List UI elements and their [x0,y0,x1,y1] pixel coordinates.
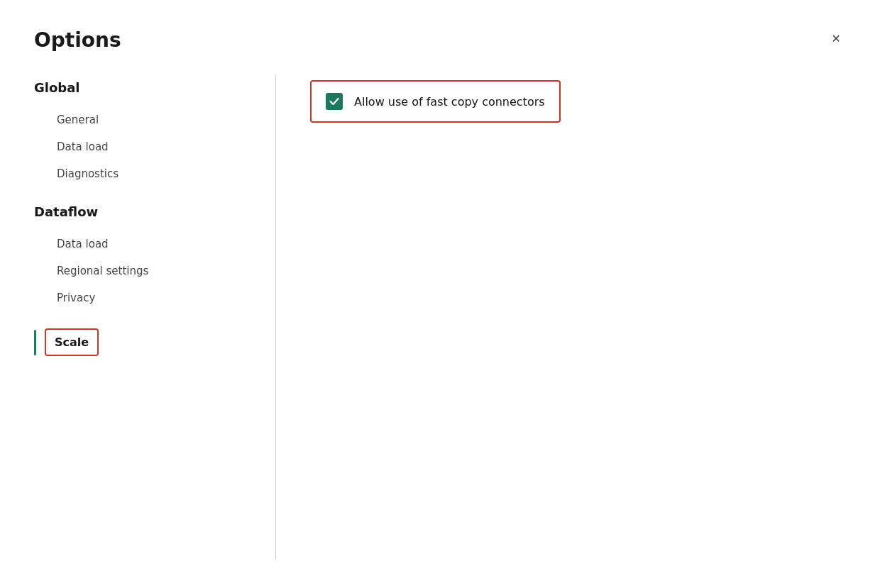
sidebar-item-general[interactable]: General [34,106,247,133]
dataflow-section: Dataflow Data load Regional settings Pri… [34,204,247,311]
fast-copy-option-card[interactable]: Allow use of fast copy connectors [310,80,561,123]
sidebar-item-data-load-dataflow[interactable]: Data load [34,231,247,257]
sidebar-item-scale[interactable]: Scale [45,328,99,356]
sidebar-item-diagnostics[interactable]: Diagnostics [34,160,247,187]
sidebar-item-privacy[interactable]: Privacy [34,284,247,311]
options-dialog: Options × Global General Data load Diagn… [0,0,880,588]
sidebar-item-data-load-global[interactable]: Data load [34,133,247,160]
dataflow-group-title: Dataflow [34,204,247,219]
close-button[interactable]: × [826,28,846,48]
dialog-header: Options × [34,28,846,52]
global-group-title: Global [34,80,247,95]
global-section: Global General Data load Diagnostics [34,80,247,187]
checkmark-icon [329,96,340,107]
content-area: Allow use of fast copy connectors [276,74,846,560]
active-item-wrapper: Scale [34,328,247,356]
dialog-body: Global General Data load Diagnostics Dat… [34,74,846,560]
fast-copy-option-label: Allow use of fast copy connectors [354,95,545,109]
fast-copy-checkbox[interactable] [326,93,343,110]
dialog-title: Options [34,28,121,52]
sidebar: Global General Data load Diagnostics Dat… [34,74,275,560]
sidebar-item-regional-settings[interactable]: Regional settings [34,257,247,284]
